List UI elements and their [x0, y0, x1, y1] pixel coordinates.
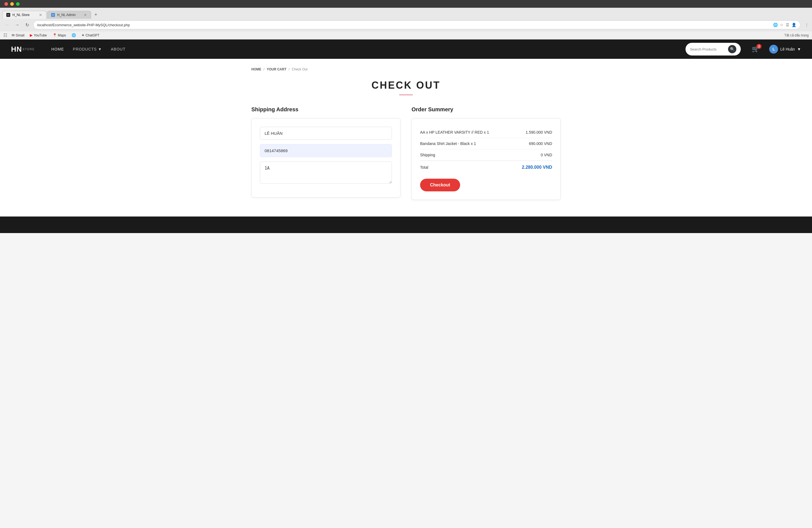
order-item-2: Bandana Shirt Jacket - Black x 1 690.000…: [420, 138, 552, 149]
phone-field: [260, 144, 392, 157]
gmail-icon: ✉: [12, 33, 15, 37]
order-column: Order Summery AA x HP LEATHER VARSITY //…: [411, 106, 561, 200]
bookmarks-bar: ☷ ✉ Gmail ▶ YouTube 📍 Maps 🌐 ✦ ChatGPT T…: [0, 31, 812, 39]
user-menu[interactable]: L Lê Huân ▼: [769, 45, 801, 54]
order-title: Order Summery: [411, 106, 561, 113]
search-button[interactable]: 🔍: [728, 45, 736, 53]
dropdown-arrow-icon: ▼: [98, 47, 102, 52]
more-options-icon[interactable]: ⋮: [805, 23, 809, 27]
breadcrumb-home[interactable]: HOME: [251, 68, 261, 71]
address-text: localhost/Ecommerce_website-PHP-MySQL/ch…: [37, 23, 771, 27]
bookmark-chatgpt-label: ChatGPT: [86, 33, 99, 37]
tab-title-admin: H_NL Admin: [57, 13, 82, 17]
user-avatar: L: [769, 45, 778, 54]
address-bar[interactable]: localhost/Ecommerce_website-PHP-MySQL/ch…: [33, 20, 800, 29]
address-field: [260, 162, 392, 185]
bookmark-maps[interactable]: 📍 Maps: [50, 32, 68, 38]
back-button[interactable]: ←: [3, 21, 11, 29]
bookmark-youtube-label: YouTube: [34, 33, 47, 37]
order-item-2-price: 690.000 VND: [529, 142, 552, 146]
breadcrumb-current: Check Out: [292, 68, 308, 71]
navbar: HN STORE HOME PRODUCTS ▼ ABOUT 🔍 🛒 2 L L…: [0, 40, 812, 59]
logo-store: STORE: [23, 48, 35, 51]
page-title: CHECK OUT: [251, 79, 561, 91]
bookmark-maps-label: Maps: [58, 33, 66, 37]
ext1-icon: 🌐: [72, 33, 76, 37]
tab-favicon-admin: H: [51, 13, 55, 17]
checkout-button[interactable]: Checkout: [420, 179, 460, 191]
bookmarks-right-label[interactable]: Tất cả dấu trang: [784, 33, 809, 37]
bookmark-youtube[interactable]: ▶ YouTube: [28, 32, 49, 38]
order-summary-card: AA x HP LEATHER VARSITY // RED x 1 1.590…: [411, 118, 561, 200]
user-profile-icon[interactable]: 👤: [792, 23, 796, 27]
page-content: HOME / Your Cart / Check Out CHECK OUT S…: [240, 59, 572, 217]
order-item-2-name: Bandana Shirt Jacket - Black x 1: [420, 142, 476, 146]
nav-home[interactable]: HOME: [52, 47, 64, 52]
tab-close-admin[interactable]: ✕: [84, 13, 87, 17]
apps-icon[interactable]: ☷: [3, 33, 7, 38]
nav-links: HOME PRODUCTS ▼ ABOUT: [52, 47, 126, 52]
phone-input[interactable]: [260, 144, 392, 157]
extension-icon[interactable]: ☰: [786, 23, 789, 27]
search-box: 🔍: [685, 43, 741, 56]
logo-hn: HN: [11, 45, 22, 54]
maps-icon: 📍: [53, 33, 57, 37]
maximize-dot[interactable]: [16, 2, 19, 6]
shipping-form-card: [251, 118, 401, 197]
browser-chrome: H H_NL Store ✕ H H_NL Admin ✕ + ← → ↻ lo…: [0, 8, 812, 40]
user-name: Lê Huân: [780, 47, 795, 52]
close-dot[interactable]: [4, 2, 8, 6]
name-field: [260, 127, 392, 140]
breadcrumb-sep-2: /: [289, 67, 290, 71]
breadcrumb-sep-1: /: [263, 67, 265, 71]
minimize-dot[interactable]: [10, 2, 14, 6]
bookmark-gmail-label: Gmail: [16, 33, 24, 37]
bookmark-chatgpt[interactable]: ✦ ChatGPT: [79, 32, 102, 38]
tab-favicon-store: H: [6, 13, 10, 17]
name-input[interactable]: [260, 127, 392, 140]
address-bar-row: ← → ↻ localhost/Ecommerce_website-PHP-My…: [0, 19, 812, 31]
tab-close-store[interactable]: ✕: [39, 13, 42, 17]
shipping-value: 0 VND: [541, 153, 552, 157]
shipping-label: Shipping: [420, 153, 435, 157]
shipping-row: Shipping 0 VND: [420, 149, 552, 161]
tab-hnl-store[interactable]: H H_NL Store ✕: [2, 11, 46, 19]
site-wrapper: HN STORE HOME PRODUCTS ▼ ABOUT 🔍 🛒 2 L L…: [0, 40, 812, 233]
site-logo[interactable]: HN STORE: [11, 45, 35, 54]
address-icons: 🌐 ☆ ☰ 👤: [773, 23, 796, 27]
breadcrumb-cart[interactable]: Your Cart: [267, 68, 286, 71]
nav-search: 🔍: [685, 43, 741, 56]
translate-icon[interactable]: 🌐: [773, 23, 778, 27]
nav-about[interactable]: ABOUT: [111, 47, 126, 52]
search-input[interactable]: [690, 47, 726, 52]
new-tab-button[interactable]: +: [92, 11, 100, 19]
checkout-layout: Shipping Address Order Summery: [251, 106, 561, 200]
tab-title-store: H_NL Store: [12, 13, 37, 17]
order-item-1-price: 1.590.000 VND: [526, 130, 552, 134]
user-dropdown-icon: ▼: [797, 47, 801, 52]
nav-products[interactable]: PRODUCTS ▼: [73, 47, 102, 52]
os-title-bar: [0, 0, 812, 8]
bookmark-ext1[interactable]: 🌐: [69, 32, 78, 38]
reload-button[interactable]: ↻: [23, 21, 31, 29]
shipping-column: Shipping Address: [251, 106, 401, 197]
address-textarea[interactable]: [260, 162, 392, 184]
total-row: Total 2.280.000 VND: [420, 161, 552, 173]
total-label: Total: [420, 165, 429, 170]
order-item-1-name: AA x HP LEATHER VARSITY // RED x 1: [420, 130, 489, 134]
forward-button[interactable]: →: [13, 21, 21, 29]
breadcrumb: HOME / Your Cart / Check Out: [251, 67, 561, 71]
chatgpt-icon: ✦: [82, 33, 85, 37]
youtube-icon: ▶: [30, 33, 33, 37]
cart-button[interactable]: 🛒 2: [752, 46, 759, 53]
nav-products-label: PRODUCTS: [73, 47, 97, 52]
title-underline: [399, 94, 413, 95]
order-item-1: AA x HP LEATHER VARSITY // RED x 1 1.590…: [420, 127, 552, 138]
bookmark-gmail[interactable]: ✉ Gmail: [10, 32, 27, 38]
bookmark-star-icon[interactable]: ☆: [780, 23, 784, 27]
tabs-bar: H H_NL Store ✕ H H_NL Admin ✕ +: [0, 8, 812, 19]
site-footer: [0, 217, 812, 233]
shipping-title: Shipping Address: [251, 106, 401, 113]
cart-badge: 2: [756, 44, 762, 49]
tab-hnl-admin[interactable]: H H_NL Admin ✕: [47, 11, 91, 19]
